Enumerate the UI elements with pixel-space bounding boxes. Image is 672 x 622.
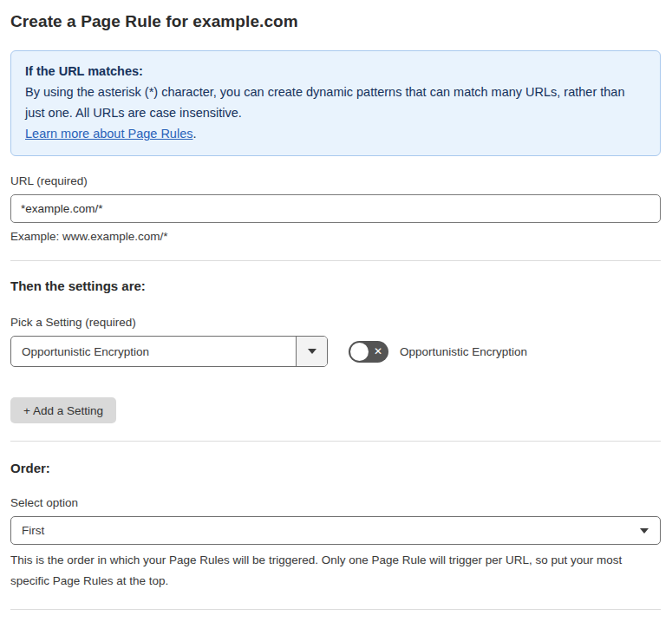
url-example-text: Example: www.example.com/*: [10, 230, 661, 243]
order-help-text: This is the order in which your Page Rul…: [10, 550, 661, 592]
info-box-body: By using the asterisk (*) character, you…: [25, 82, 646, 123]
divider: [10, 609, 661, 610]
divider: [10, 260, 661, 261]
url-input[interactable]: [10, 194, 661, 223]
opportunistic-encryption-toggle-group: ✕ Opportunistic Encryption: [349, 341, 527, 363]
add-setting-button[interactable]: + Add a Setting: [10, 397, 116, 423]
order-select-arrow: [640, 517, 660, 544]
order-select-label: Select option: [10, 496, 661, 509]
order-section-heading: Order:: [10, 461, 661, 475]
setting-select-value: Opportunistic Encryption: [11, 337, 296, 366]
info-box-link-line: Learn more about Page Rules.: [25, 123, 646, 144]
toggle-off-x-icon: ✕: [374, 346, 382, 357]
info-box-heading: If the URL matches:: [25, 61, 646, 82]
opportunistic-encryption-toggle[interactable]: ✕: [349, 341, 388, 363]
pick-setting-label: Pick a Setting (required): [10, 316, 661, 329]
link-suffix: .: [192, 127, 196, 141]
settings-section-heading: Then the settings are:: [10, 278, 661, 293]
chevron-down-icon: [640, 528, 649, 534]
setting-row: Opportunistic Encryption ✕ Opportunistic…: [10, 336, 661, 367]
url-field-label: URL (required): [10, 174, 661, 187]
page-title: Create a Page Rule for example.com: [10, 12, 661, 31]
create-page-rule-form: Create a Page Rule for example.com If th…: [0, 0, 672, 622]
toggle-knob: [350, 343, 369, 361]
toggle-label: Opportunistic Encryption: [400, 345, 527, 358]
setting-select-arrow-button[interactable]: [296, 337, 327, 366]
divider: [10, 441, 661, 442]
chevron-down-icon: [308, 349, 316, 354]
order-select[interactable]: First: [10, 516, 661, 545]
order-select-value: First: [11, 517, 640, 544]
url-match-info-box: If the URL matches: By using the asteris…: [10, 50, 661, 156]
setting-select[interactable]: Opportunistic Encryption: [10, 336, 328, 367]
learn-more-link[interactable]: Learn more about Page Rules: [25, 127, 192, 141]
